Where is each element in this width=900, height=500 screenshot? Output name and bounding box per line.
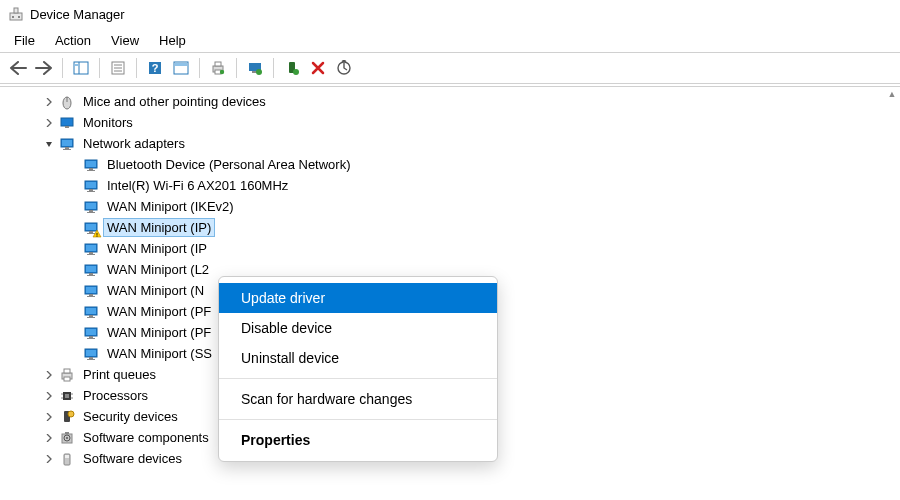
forward-icon[interactable] xyxy=(32,56,56,80)
chevron-right-icon[interactable] xyxy=(42,116,56,130)
show-hide-tree-icon[interactable] xyxy=(69,56,93,80)
network-icon xyxy=(58,135,76,153)
tree-node-label[interactable]: Processors xyxy=(80,387,151,404)
tree-node[interactable]: Mice and other pointing devices xyxy=(0,91,900,112)
scrollbar-up-icon[interactable]: ▲ xyxy=(884,86,900,102)
software-icon xyxy=(58,429,76,447)
delete-icon[interactable] xyxy=(306,56,330,80)
network-icon xyxy=(82,177,100,195)
cpu-icon xyxy=(58,387,76,405)
printer-icon xyxy=(58,366,76,384)
back-icon[interactable] xyxy=(6,56,30,80)
action-center-icon[interactable] xyxy=(169,56,193,80)
tree-node[interactable]: WAN Miniport (IKEv2) xyxy=(0,196,900,217)
menu-action[interactable]: Action xyxy=(45,30,101,51)
svg-rect-14 xyxy=(175,63,187,66)
network-icon xyxy=(82,240,100,258)
tree-node-label[interactable]: Network adapters xyxy=(80,135,188,152)
context-menu-item[interactable]: Disable device xyxy=(219,313,497,343)
tree-node-label[interactable]: WAN Miniport (N xyxy=(104,282,207,299)
tree-node-label[interactable]: WAN Miniport (L2 xyxy=(104,261,212,278)
toolbar-sep xyxy=(62,58,63,78)
network-icon xyxy=(82,282,100,300)
context-menu-separator xyxy=(219,419,497,420)
tree-node[interactable]: Network adapters xyxy=(0,133,900,154)
menu-help[interactable]: Help xyxy=(149,30,196,51)
svg-rect-4 xyxy=(74,62,88,74)
svg-rect-16 xyxy=(215,62,221,66)
tree-node-label[interactable]: WAN Miniport (PF xyxy=(104,303,214,320)
chevron-down-icon[interactable] xyxy=(42,137,56,151)
svg-rect-6 xyxy=(75,64,78,66)
scan-icon[interactable] xyxy=(332,56,356,80)
tree-node-label[interactable]: Software devices xyxy=(80,450,185,467)
update-driver-icon[interactable] xyxy=(243,56,267,80)
tree-node[interactable]: WAN Miniport (IP) xyxy=(0,217,900,238)
app-icon xyxy=(8,6,24,22)
svg-point-3 xyxy=(18,16,20,18)
svg-text:?: ? xyxy=(152,62,159,74)
svg-point-23 xyxy=(293,69,299,75)
monitor-icon xyxy=(58,114,76,132)
context-menu: Update driverDisable deviceUninstall dev… xyxy=(218,276,498,462)
context-menu-item[interactable]: Update driver xyxy=(219,283,497,313)
network-icon xyxy=(82,261,100,279)
chevron-right-icon[interactable] xyxy=(42,368,56,382)
tree-node-label[interactable]: Print queues xyxy=(80,366,159,383)
mouse-icon xyxy=(58,93,76,111)
menubar: File Action View Help xyxy=(0,28,900,52)
context-menu-item[interactable]: Uninstall device xyxy=(219,343,497,373)
window-title: Device Manager xyxy=(30,7,125,22)
chevron-right-icon[interactable] xyxy=(42,452,56,466)
tree-node-label[interactable]: WAN Miniport (IP) xyxy=(104,219,214,236)
warning-badge-icon xyxy=(92,229,102,239)
tree-node[interactable]: Bluetooth Device (Personal Area Network) xyxy=(0,154,900,175)
print-icon[interactable] xyxy=(206,56,230,80)
security-icon xyxy=(58,408,76,426)
network-icon xyxy=(82,303,100,321)
chevron-right-icon[interactable] xyxy=(42,389,56,403)
tree-node[interactable]: Intel(R) Wi-Fi 6 AX201 160MHz xyxy=(0,175,900,196)
tree-node[interactable]: Monitors xyxy=(0,112,900,133)
tree-node-label[interactable]: Bluetooth Device (Personal Area Network) xyxy=(104,156,354,173)
tree-node-label[interactable]: Monitors xyxy=(80,114,136,131)
chevron-right-icon[interactable] xyxy=(42,95,56,109)
toolbar-sep xyxy=(136,58,137,78)
softdev-icon xyxy=(58,450,76,468)
tree-node-label[interactable]: Software components xyxy=(80,429,212,446)
tree-node-label[interactable]: WAN Miniport (IKEv2) xyxy=(104,198,237,215)
svg-point-21 xyxy=(256,69,262,75)
tree-node[interactable]: WAN Miniport (IP xyxy=(0,238,900,259)
toolbar-sep xyxy=(199,58,200,78)
tree-node-label[interactable]: WAN Miniport (SS xyxy=(104,345,215,362)
network-icon xyxy=(82,324,100,342)
tree-node-label[interactable]: WAN Miniport (IP xyxy=(104,240,210,257)
tree-node-label[interactable]: WAN Miniport (PF xyxy=(104,324,214,341)
context-menu-separator xyxy=(219,378,497,379)
tree-node-label[interactable]: Security devices xyxy=(80,408,181,425)
tree-node-label[interactable]: Mice and other pointing devices xyxy=(80,93,269,110)
properties-icon[interactable] xyxy=(106,56,130,80)
chevron-right-icon[interactable] xyxy=(42,431,56,445)
context-menu-item[interactable]: Properties xyxy=(219,425,497,455)
network-icon xyxy=(82,345,100,363)
chevron-right-icon[interactable] xyxy=(42,410,56,424)
svg-rect-0 xyxy=(10,13,22,20)
uninstall-icon[interactable] xyxy=(280,56,304,80)
svg-point-18 xyxy=(220,70,224,74)
menu-view[interactable]: View xyxy=(101,30,149,51)
network-icon xyxy=(82,198,100,216)
titlebar: Device Manager xyxy=(0,0,900,28)
help-icon[interactable]: ? xyxy=(143,56,167,80)
svg-point-2 xyxy=(12,16,14,18)
menu-file[interactable]: File xyxy=(4,30,45,51)
svg-rect-1 xyxy=(14,8,18,13)
toolbar-sep xyxy=(99,58,100,78)
network-icon xyxy=(82,219,100,237)
tree-node-label[interactable]: Intel(R) Wi-Fi 6 AX201 160MHz xyxy=(104,177,291,194)
toolbar: ? xyxy=(0,52,900,84)
toolbar-sep xyxy=(236,58,237,78)
network-icon xyxy=(82,156,100,174)
toolbar-sep xyxy=(273,58,274,78)
context-menu-item[interactable]: Scan for hardware changes xyxy=(219,384,497,414)
